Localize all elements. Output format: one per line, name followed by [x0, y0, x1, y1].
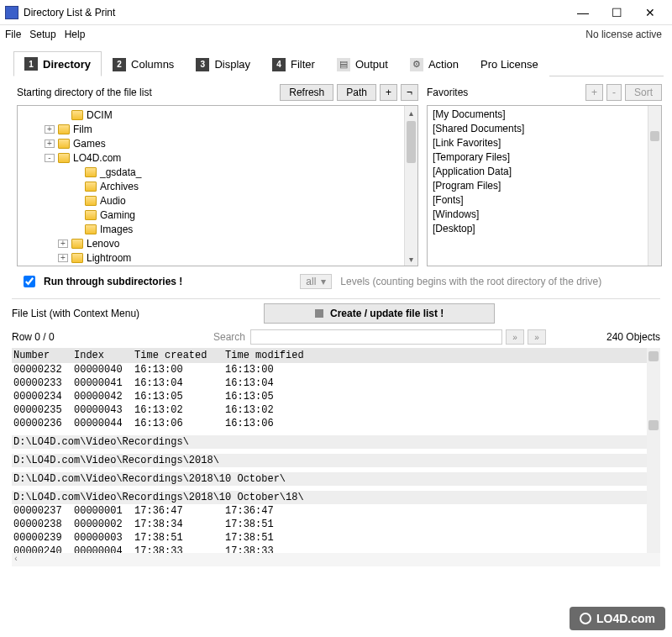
tree-item-label: Games	[73, 138, 106, 150]
tree-item[interactable]: +Film	[18, 122, 417, 136]
path-button[interactable]: Path	[337, 84, 376, 101]
file-list-header[interactable]: Number Index Time created Time modified	[12, 348, 660, 363]
tree-item[interactable]: +Gaming	[18, 208, 417, 222]
favorite-item[interactable]: [My Documents]	[433, 108, 656, 122]
path-row[interactable]: D:\LO4D.com\Video\Recordings\	[12, 435, 660, 449]
scroll-thumb[interactable]	[650, 131, 659, 141]
tree-item-label: Gaming	[100, 209, 135, 221]
run-through-checkbox[interactable]	[24, 276, 35, 287]
run-through-label: Run through subdirectories !	[44, 276, 182, 287]
starting-directory-label: Starting directory of the file list	[17, 87, 152, 98]
favorites-list[interactable]: [My Documents][Shared Documents][Link Fa…	[427, 105, 662, 266]
file-row[interactable]: 00000235 00000043 16:13:02 16:13:02	[12, 403, 660, 417]
expand-icon[interactable]: +	[45, 125, 55, 134]
create-update-label: Create / update file list !	[330, 308, 444, 319]
search-prev-button[interactable]: »	[506, 329, 524, 345]
expand-icon[interactable]: +	[58, 240, 68, 248]
tab-filter[interactable]: 4 Filter	[261, 51, 326, 76]
favorite-item[interactable]: [Program Files]	[433, 179, 656, 193]
menubar: File Setup Help No license active	[0, 25, 672, 44]
menu-help[interactable]: Help	[65, 29, 86, 40]
folder-icon	[85, 210, 97, 220]
fav-plus-button[interactable]: +	[585, 84, 603, 101]
file-row[interactable]: 00000233 00000041 16:13:04 16:13:04	[12, 376, 660, 390]
create-update-button[interactable]: Create / update file list !	[264, 303, 495, 324]
tree-item[interactable]: +Images	[18, 222, 417, 236]
filelist-v-scrollbar[interactable]	[647, 348, 660, 553]
tree-item[interactable]: +_gsdata_	[18, 165, 417, 179]
filelist-h-scrollbar[interactable]: ‹	[12, 553, 660, 566]
path-plus-button[interactable]: +	[380, 84, 397, 101]
path-row[interactable]: D:\LO4D.com\Video\Recordings\2018\10 Oct…	[12, 472, 660, 486]
menu-file[interactable]: File	[5, 29, 21, 40]
scroll-thumb[interactable]	[648, 420, 659, 430]
favorite-item[interactable]: [Link Favorites]	[433, 136, 656, 150]
tab-label: Directory	[43, 58, 91, 71]
refresh-button[interactable]: Refresh	[280, 84, 333, 101]
license-status: No license active	[585, 29, 662, 40]
folder-icon	[58, 124, 70, 134]
tree-item-label: Film	[73, 124, 92, 135]
folder-icon	[71, 110, 83, 120]
close-button[interactable]: ✕	[638, 4, 662, 21]
tab-pro-license[interactable]: Pro License	[470, 51, 549, 76]
maximize-button[interactable]: ☐	[605, 4, 628, 21]
tree-item[interactable]: +savepart	[18, 265, 417, 266]
tree-item[interactable]: +Audio	[18, 193, 417, 208]
page-icon: ▤	[337, 58, 350, 71]
favorite-item[interactable]: [Windows]	[433, 208, 656, 222]
favorite-item[interactable]: [Fonts]	[433, 193, 656, 208]
scroll-left-icon[interactable]: ‹	[13, 555, 18, 564]
tab-columns[interactable]: 2 Columns	[102, 51, 185, 76]
scroll-down-icon[interactable]: ▾	[405, 252, 417, 266]
expand-icon[interactable]: +	[45, 140, 55, 148]
folder-icon	[58, 153, 70, 163]
tab-output[interactable]: ▤ Output	[326, 51, 399, 76]
favorite-item[interactable]: [Application Data]	[433, 165, 656, 179]
tree-item-label: Lenovo	[87, 238, 119, 250]
file-row[interactable]: 00000236 00000044 16:13:06 16:13:06	[12, 417, 660, 430]
expand-icon[interactable]: +	[58, 254, 68, 262]
tree-item-label: Audio	[100, 195, 126, 207]
tree-item[interactable]: +Games	[18, 136, 417, 150]
tree-item[interactable]: +Archives	[18, 179, 417, 193]
file-row[interactable]: 00000239 00000003 17:38:51 17:38:51	[12, 531, 660, 545]
tree-item[interactable]: +Lenovo	[18, 236, 417, 250]
minimize-button[interactable]: —	[571, 4, 595, 21]
path-row[interactable]: D:\LO4D.com\Video\Recordings\2018\	[12, 454, 660, 467]
file-row[interactable]: 00000238 00000002 17:38:34 17:38:51	[12, 518, 660, 531]
window-title: Directory List & Print	[24, 7, 115, 18]
favorite-item[interactable]: [Shared Documents]	[433, 122, 656, 136]
fav-minus-button[interactable]: -	[606, 84, 622, 101]
path-row[interactable]: D:\LO4D.com\Video\Recordings\2018\10 Oct…	[12, 491, 660, 504]
tree-item[interactable]: -LO4D.com	[18, 150, 417, 165]
tab-directory[interactable]: 1 Directory	[13, 51, 102, 76]
tree-scrollbar[interactable]: ▴ ▾	[404, 106, 417, 266]
file-row[interactable]: 00000234 00000042 16:13:05 16:13:05	[12, 390, 660, 403]
levels-combo[interactable]: all ▾	[300, 274, 332, 289]
fav-sort-button[interactable]: Sort	[625, 84, 662, 101]
file-list[interactable]: Number Index Time created Time modified …	[12, 348, 660, 566]
favorite-item[interactable]: [Desktop]	[433, 222, 656, 236]
directory-tree[interactable]: +DCIM+Film+Games-LO4D.com+_gsdata_+Archi…	[17, 105, 418, 266]
folder-icon	[71, 253, 83, 263]
tab-display[interactable]: 3 Display	[185, 51, 261, 76]
file-row[interactable]: 00000237 00000001 17:36:47 17:36:47	[12, 504, 660, 518]
window-controls: — ☐ ✕	[571, 4, 662, 21]
collapse-icon[interactable]: -	[45, 154, 55, 162]
menu-setup[interactable]: Setup	[29, 29, 55, 40]
tree-item[interactable]: +DCIM	[18, 108, 417, 122]
scroll-thumb[interactable]	[648, 351, 659, 361]
favorite-item[interactable]: [Temporary Files]	[433, 150, 656, 165]
search-input[interactable]	[250, 329, 502, 345]
watermark-text: LO4D.com	[596, 612, 655, 625]
tree-item-label: DCIM	[87, 109, 113, 121]
tab-action[interactable]: ⚙ Action	[399, 51, 470, 76]
file-row[interactable]: 00000232 00000040 16:13:00 16:13:00	[12, 363, 660, 376]
favorites-scrollbar[interactable]	[648, 106, 661, 266]
scroll-up-icon[interactable]: ▴	[405, 106, 417, 119]
tree-item[interactable]: +Lightroom	[18, 250, 417, 265]
scroll-thumb[interactable]	[407, 121, 416, 163]
path-neg-button[interactable]: ¬	[401, 84, 418, 101]
search-next-button[interactable]: »	[528, 329, 546, 345]
